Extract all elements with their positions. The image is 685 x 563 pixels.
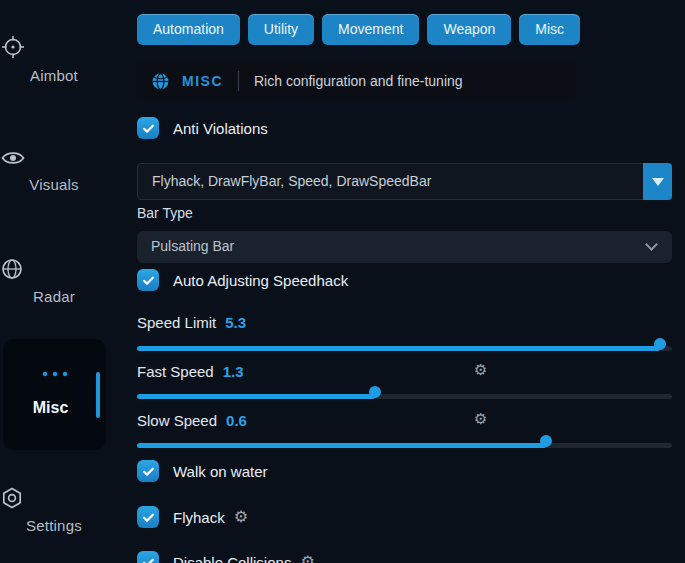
tab-misc[interactable]: Misc [519, 14, 580, 45]
anti-violations-checkbox[interactable] [137, 117, 159, 139]
fast-speed-label-row: Fast Speed 1.3 [137, 361, 244, 381]
slider-label: Slow Speed [137, 412, 217, 429]
speed-limit-slider[interactable] [137, 338, 672, 358]
checkbox-label: Anti Violations [173, 120, 268, 137]
checkbox-row-flyhack: Flyhack ⚙ [137, 505, 248, 529]
gear-icon[interactable]: ⚙ [474, 363, 487, 378]
check-icon [141, 555, 156, 563]
sidebar-item-label: Settings [26, 517, 82, 534]
tab-weapon[interactable]: Weapon [427, 14, 511, 45]
slider-fill [137, 346, 660, 351]
slow-speed-label-row: Slow Speed 0.6 [137, 410, 247, 430]
bar-flags-multiselect[interactable]: Flyhack, DrawFlyBar, Speed, DrawSpeedBar [137, 163, 672, 200]
checkbox-row-auto-adjusting-speedhack: Auto Adjusting Speedhack [137, 268, 348, 292]
checkbox-row-anti-violations: Anti Violations [137, 116, 268, 140]
gear-icon[interactable]: ⚙ [234, 509, 248, 525]
check-icon [141, 510, 156, 525]
checkbox-row-disable-collisions: Disable Collisions ⚙ [137, 550, 315, 563]
chevron-down-icon [645, 238, 658, 251]
app-window: Aimbot Visuals Radar [0, 0, 685, 563]
slider-value: 0.6 [226, 412, 247, 429]
crosshair-icon [0, 34, 108, 60]
sidebar-item-radar[interactable]: Radar [0, 257, 108, 306]
slider-handle[interactable] [654, 338, 666, 350]
check-icon [141, 121, 156, 136]
globe-icon [0, 257, 108, 281]
main-content: Automation Utility Movement Weapon Misc … [137, 0, 672, 563]
select-value: Pulsating Bar [151, 231, 234, 262]
sidebar-item-label: Aimbot [30, 67, 78, 84]
sidebar-item-aimbot[interactable]: Aimbot [0, 34, 108, 85]
slider-fill [137, 443, 546, 448]
dropdown-arrow-icon [652, 178, 664, 186]
tab-automation[interactable]: Automation [137, 14, 240, 45]
section-header: MISC Rich configuration and fine-tuning [137, 62, 575, 100]
speed-limit-label-row: Speed Limit 5.3 [137, 312, 246, 332]
gear-icon[interactable]: ⚙ [474, 412, 487, 427]
ellipsis-icon [42, 371, 68, 377]
check-icon [141, 273, 156, 288]
sidebar-item-label: Misc [3, 399, 98, 417]
tab-movement[interactable]: Movement [322, 14, 419, 45]
flyhack-checkbox[interactable] [137, 506, 159, 528]
auto-adjusting-speedhack-checkbox[interactable] [137, 269, 159, 291]
eye-icon [0, 147, 108, 169]
globe-icon [151, 72, 170, 91]
multiselect-value: Flyhack, DrawFlyBar, Speed, DrawSpeedBar [152, 164, 431, 199]
slider-handle[interactable] [540, 435, 552, 447]
sidebar-item-visuals[interactable]: Visuals [0, 147, 108, 194]
checkbox-row-walk-on-water: Walk on water [137, 459, 267, 483]
checkbox-label: Flyhack [173, 509, 225, 526]
active-indicator [96, 372, 100, 418]
gear-icon[interactable]: ⚙ [300, 554, 314, 563]
slider-handle[interactable] [369, 386, 381, 398]
checkbox-label: Walk on water [173, 463, 267, 480]
sidebar: Aimbot Visuals Radar [0, 0, 122, 563]
bar-type-label: Bar Type [137, 205, 193, 221]
slider-fill [137, 394, 375, 399]
sidebar-item-settings[interactable]: Settings [0, 486, 108, 535]
section-title: MISC [182, 73, 223, 89]
sidebar-item-label: Radar [33, 288, 75, 305]
tab-bar: Automation Utility Movement Weapon Misc [137, 14, 580, 45]
slider-value: 5.3 [225, 314, 246, 331]
slow-speed-slider[interactable] [137, 435, 672, 455]
disable-collisions-checkbox[interactable] [137, 551, 159, 563]
tab-utility[interactable]: Utility [248, 14, 314, 45]
slider-label: Fast Speed [137, 363, 214, 380]
section-subtitle: Rich configuration and fine-tuning [254, 73, 463, 89]
header-divider [238, 71, 239, 91]
walk-on-water-checkbox[interactable] [137, 460, 159, 482]
check-icon [141, 464, 156, 479]
slider-value: 1.3 [223, 363, 244, 380]
checkbox-label: Auto Adjusting Speedhack [173, 272, 348, 289]
checkbox-label: Disable Collisions [173, 554, 291, 563]
bar-type-select[interactable]: Pulsating Bar [137, 231, 672, 263]
sidebar-item-label: Visuals [29, 176, 78, 193]
dropdown-button[interactable] [643, 163, 672, 200]
slider-label: Speed Limit [137, 314, 216, 331]
sidebar-item-misc[interactable]: Misc [3, 339, 106, 450]
fast-speed-slider[interactable] [137, 386, 672, 406]
gear-icon [0, 486, 108, 510]
